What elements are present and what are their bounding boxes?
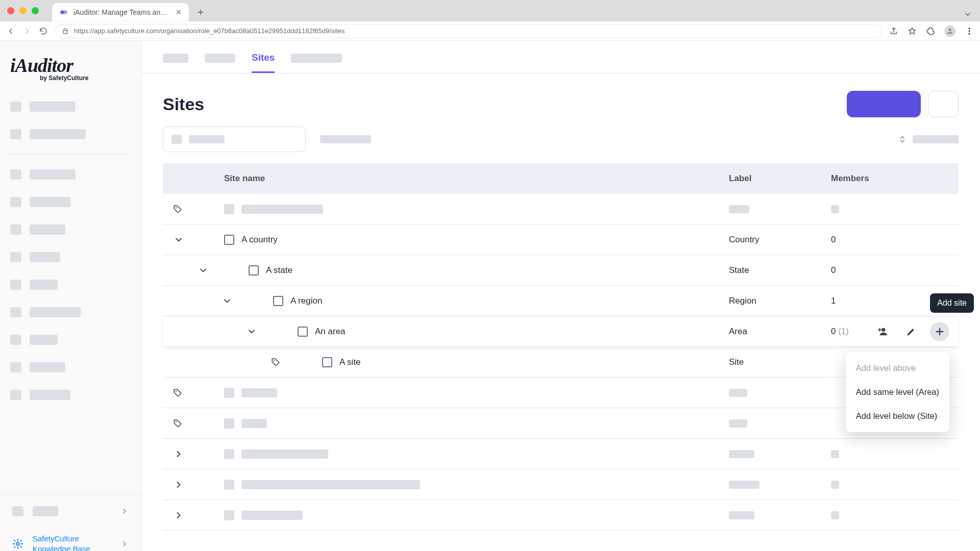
sidebar-item[interactable] [10,381,131,409]
url-text: https://app.safetyculture.com/organisati… [74,27,345,35]
page-tab-sites[interactable]: Sites [252,52,275,73]
tree-row-region[interactable]: A region Region 1 [163,286,959,316]
sidebar-item[interactable] [10,120,131,148]
sidebar-item[interactable] [10,188,131,216]
tree-row-state[interactable]: A state State 0 [163,255,959,286]
sidebar-item[interactable] [10,298,131,326]
svg-point-1 [63,10,67,14]
sidebar-knowledge-base-link[interactable]: SafetyCultureKnowledge Base [0,528,141,551]
tag-icon [173,205,182,214]
svg-point-10 [176,390,177,391]
page-tab[interactable] [291,54,342,63]
tab-strip: iAuditor: Manage Teams and In ✕ [0,0,980,21]
sidebar-item[interactable] [10,161,131,188]
row-name: An area [315,327,346,337]
sites-tree-grid: Site name Label Members A country Count [163,163,959,531]
kebab-menu-icon[interactable] [965,27,974,36]
col-label: Label [729,173,831,184]
tab-close-icon[interactable]: ✕ [176,8,182,16]
brand-logo: iAuditor by SafetyCulture [0,54,141,93]
col-site-name: Site name [224,173,729,184]
svg-point-11 [176,421,177,422]
chevron-right-icon [120,507,129,515]
window-close-icon[interactable] [7,7,14,14]
row-members: 0 [831,327,836,336]
tree-row-site[interactable]: A site Site [163,347,959,378]
svg-point-6 [16,542,19,545]
chevron-right-icon [120,540,129,548]
search-input[interactable] [163,127,306,152]
tree-row[interactable] [163,408,959,439]
gear-icon [12,538,23,549]
svg-point-8 [881,328,885,331]
add-site-tooltip: Add site [930,293,974,313]
sidebar-footer-item[interactable] [0,495,141,528]
tree-row-country[interactable]: A country Country 0 [163,224,959,255]
add-site-dropdown: Add level above Add same level (Area) Ad… [846,352,949,432]
add-site-button[interactable]: Add site [930,322,949,341]
nav-back-button[interactable] [6,27,15,36]
secondary-action-button[interactable] [928,91,959,117]
page-tab[interactable] [163,54,188,63]
page-tab[interactable] [205,54,235,63]
tag-icon [173,419,182,428]
dropdown-item-add-same[interactable]: Add same level (Area) [846,380,949,404]
row-name: A region [290,296,322,306]
sidebar-item[interactable] [10,93,131,120]
bookmark-star-icon[interactable] [908,27,917,36]
sidebar-item[interactable] [10,354,131,381]
svg-point-4 [969,30,970,32]
row-label: Country [729,235,831,245]
row-name: A state [266,265,292,276]
row-members: 0 [831,265,959,276]
new-tab-button[interactable] [193,5,208,20]
row-label: Region [729,296,831,306]
reload-button[interactable] [39,27,48,36]
row-name: A country [241,235,278,245]
window-zoom-icon[interactable] [32,7,39,14]
tree-row[interactable] [163,439,959,469]
sidebar-item[interactable] [10,216,131,243]
profile-avatar-icon[interactable] [944,26,955,37]
favicon-icon [59,8,68,17]
row-members-inherited: (1) [838,327,849,336]
collapse-all-label[interactable] [913,135,959,143]
tree-row[interactable] [163,194,959,224]
chevron-right-icon[interactable] [173,479,184,490]
filter-chip[interactable] [320,135,371,143]
tab-overflow-icon[interactable] [964,10,972,18]
row-members: 0 [831,235,959,245]
sidebar-item[interactable] [10,326,131,354]
sidebar-item[interactable] [10,243,131,271]
svg-point-7 [176,207,177,208]
edit-pencil-icon[interactable] [901,322,921,341]
primary-action-button[interactable] [847,91,921,117]
window-minimize-icon[interactable] [19,7,27,14]
tree-row[interactable] [163,378,959,408]
tree-row[interactable] [163,500,959,531]
sidebar-item[interactable] [10,271,131,298]
kb-line1: SafetyCulture [33,534,79,543]
dropdown-item-add-below[interactable]: Add level below (Site) [846,404,949,428]
tree-row-area[interactable]: An area Area 0 (1) Add site Add level ab… [163,316,959,347]
address-bar[interactable]: https://app.safetyculture.com/organisati… [55,24,882,38]
chevron-down-icon[interactable] [198,265,209,276]
extensions-icon[interactable] [926,27,935,36]
row-checkbox[interactable] [298,327,308,337]
brand-name: iAuditor [10,55,73,76]
row-checkbox[interactable] [249,265,259,276]
add-member-icon[interactable] [873,322,892,341]
share-icon[interactable] [889,27,898,36]
tree-row[interactable] [163,469,959,500]
chevron-right-icon[interactable] [173,448,184,460]
collapse-all-icon[interactable] [898,135,906,143]
chevron-right-icon[interactable] [173,510,184,521]
row-actions: Add site [873,322,949,341]
row-checkbox[interactable] [273,296,283,306]
row-checkbox[interactable] [224,235,234,245]
url-bar: https://app.safetyculture.com/organisati… [0,21,980,41]
row-checkbox[interactable] [322,357,332,367]
chevron-down-icon[interactable] [173,234,184,245]
browser-tab-active[interactable]: iAuditor: Manage Teams and In ✕ [52,3,189,21]
page-tabs: Sites [141,41,980,73]
